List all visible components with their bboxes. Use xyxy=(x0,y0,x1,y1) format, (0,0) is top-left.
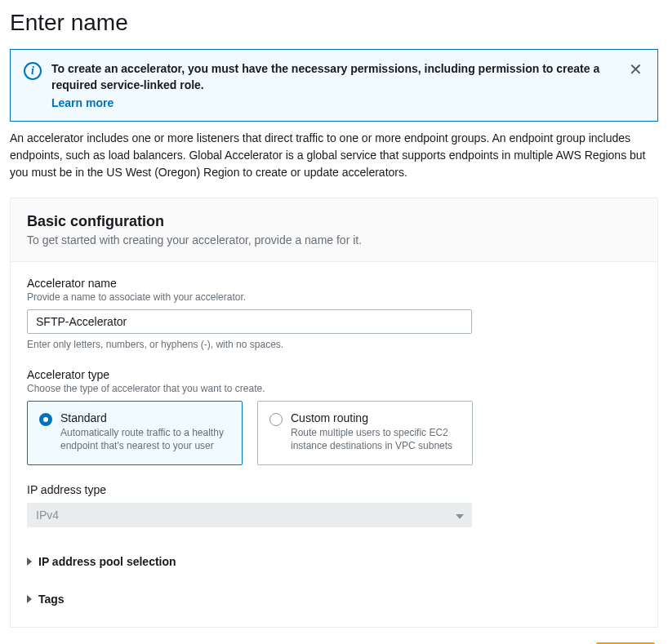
learn-more-link[interactable]: Learn more xyxy=(51,96,114,109)
caret-right-icon xyxy=(27,595,32,603)
panel-header: Basic configuration To get started with … xyxy=(11,198,657,262)
tile-standard[interactable]: Standard Automatically route traffic to … xyxy=(27,401,243,464)
tile-standard-title: Standard xyxy=(60,411,230,424)
tile-standard-desc: Automatically route traffic to a healthy… xyxy=(60,426,230,452)
tags-expander[interactable]: Tags xyxy=(27,586,65,612)
ip-address-type-field: IP address type IPv4 xyxy=(27,483,641,527)
radio-standard-icon xyxy=(39,413,52,426)
ip-address-pool-label: IP address pool selection xyxy=(38,555,176,568)
caret-right-icon xyxy=(27,557,32,566)
close-icon[interactable]: ✕ xyxy=(624,60,648,79)
accelerator-name-input[interactable] xyxy=(27,309,472,334)
accelerator-name-label: Accelerator name xyxy=(27,277,641,290)
accelerator-name-field: Accelerator name Provide a name to assoc… xyxy=(27,277,641,350)
ip-address-type-select: IPv4 xyxy=(27,503,472,527)
tile-custom-routing[interactable]: Custom routing Route multiple users to s… xyxy=(257,401,473,464)
intro-text: An accelerator includes one or more list… xyxy=(10,130,658,181)
alert-body: To create an accelerator, you must have … xyxy=(51,61,644,109)
tile-custom-desc: Route multiple users to specific EC2 ins… xyxy=(291,426,461,452)
ip-address-pool-expander[interactable]: IP address pool selection xyxy=(27,549,176,575)
accelerator-name-help: Provide a name to associate with your ac… xyxy=(27,291,641,303)
info-icon: i xyxy=(24,62,42,80)
page-title: Enter name xyxy=(10,10,658,36)
ip-address-type-label: IP address type xyxy=(27,483,641,496)
radio-custom-icon xyxy=(269,413,283,426)
panel-title: Basic configuration xyxy=(27,213,641,230)
panel-subtitle: To get started with creating your accele… xyxy=(27,233,641,246)
accelerator-type-field: Accelerator type Choose the type of acce… xyxy=(27,368,641,464)
tile-custom-title: Custom routing xyxy=(291,411,461,424)
alert-text: To create an accelerator, you must have … xyxy=(51,61,644,93)
accelerator-name-hint: Enter only letters, numbers, or hyphens … xyxy=(27,339,641,350)
tags-label: Tags xyxy=(38,593,65,606)
accelerator-type-label: Accelerator type xyxy=(27,368,641,381)
basic-config-panel: Basic configuration To get started with … xyxy=(10,198,658,627)
accelerator-type-help: Choose the type of accelerator that you … xyxy=(27,383,641,394)
info-alert: i To create an accelerator, you must hav… xyxy=(10,49,658,122)
